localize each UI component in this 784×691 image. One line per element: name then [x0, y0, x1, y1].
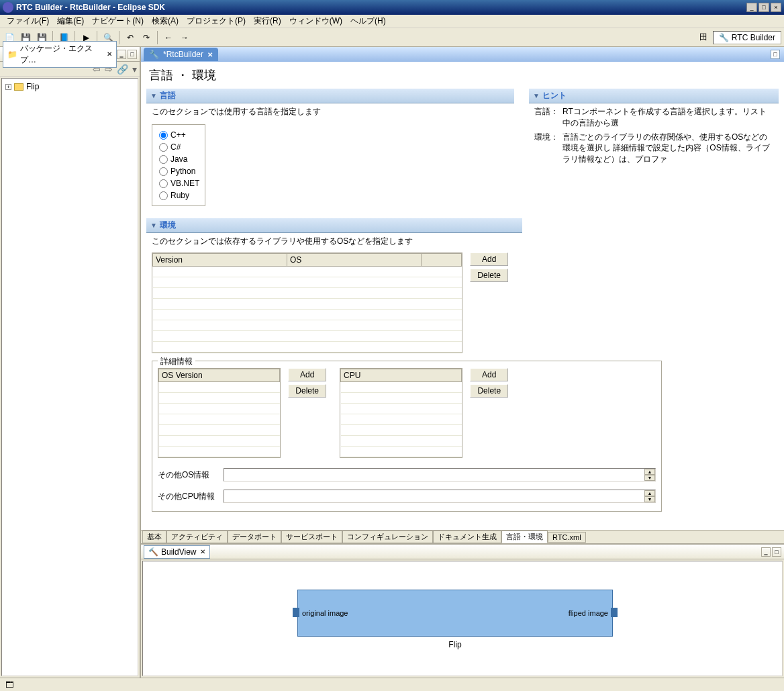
twistie-icon[interactable]: ▼	[150, 222, 157, 229]
spin-down-icon[interactable]: ▼	[644, 496, 655, 502]
folder-icon	[14, 83, 23, 91]
menu-project[interactable]: プロジェクト(P)	[183, 14, 250, 28]
lang-option[interactable]: C++	[159, 129, 198, 141]
spin-up-icon[interactable]: ▲	[644, 490, 655, 496]
bottom-tab[interactable]: データポート	[228, 531, 281, 543]
menu-icon[interactable]: ▾	[132, 64, 137, 75]
lang-option[interactable]: Ruby	[159, 189, 198, 201]
next-icon[interactable]: ↷	[140, 31, 153, 44]
lang-radio[interactable]	[159, 179, 168, 188]
osversion-delete-button[interactable]: Delete	[288, 384, 326, 398]
lang-radio[interactable]	[159, 191, 168, 200]
cpu-add-button[interactable]: Add	[470, 368, 508, 381]
hint-section-bar[interactable]: ▼ヒント	[529, 89, 779, 103]
menu-navigate[interactable]: ナビゲート(N)	[88, 14, 148, 28]
col-cpu[interactable]: CPU	[341, 369, 462, 382]
env-section-desc: このセクションでは依存するライブラリや使用するOSなどを指定します	[146, 233, 522, 250]
spin-down-icon[interactable]: ▼	[644, 475, 655, 481]
bottom-tab[interactable]: 基本	[142, 531, 166, 543]
menu-window[interactable]: ウィンドウ(W)	[285, 14, 346, 28]
col-os[interactable]: OS	[287, 254, 422, 267]
titlebar: RTC Builder - RtcBuilder - Eclipse SDK _…	[0, 0, 784, 15]
back-icon[interactable]: ←	[162, 31, 175, 44]
hint-section-title: ヒント	[542, 90, 567, 101]
lang-section-title: 言語	[160, 90, 176, 101]
col-version[interactable]: Version	[153, 254, 287, 267]
forward-icon[interactable]: →	[178, 31, 191, 44]
lang-label: C++	[170, 130, 186, 140]
hint-value: 言語ごとのライブラリの依存関係や、使用するOSなどの環境を選択し 詳細情報で設定…	[562, 132, 773, 165]
expand-icon[interactable]: +	[5, 84, 11, 90]
buildview-canvas[interactable]: original image fliped image Flip	[142, 561, 783, 676]
env-table[interactable]: VersionOS	[152, 252, 462, 353]
minimize-button[interactable]: _	[746, 3, 757, 12]
lang-radio[interactable]	[159, 131, 168, 140]
prev-icon[interactable]: ↶	[124, 31, 137, 44]
buildview-tab[interactable]: 🔨 BuildView ✕	[144, 545, 210, 559]
language-group: C++C#JavaPythonVB.NETRuby	[152, 124, 205, 206]
twistie-icon[interactable]: ▼	[150, 92, 157, 99]
bottom-tab[interactable]: サービスポート	[281, 531, 342, 543]
cpu-table[interactable]: CPU	[340, 368, 462, 458]
bottom-tab[interactable]: コンフィギュレーション	[342, 531, 433, 543]
maximize-view-icon[interactable]: □	[772, 547, 781, 557]
other-os-input[interactable]	[224, 469, 644, 481]
menu-edit[interactable]: 編集(E)	[53, 14, 88, 28]
in-port-icon[interactable]	[293, 608, 299, 617]
lang-section-bar[interactable]: ▼言語	[146, 89, 514, 103]
other-os-label: その他OS情報	[158, 469, 218, 481]
minimize-view-icon[interactable]: ‗	[761, 547, 771, 557]
spin-up-icon[interactable]: ▲	[644, 469, 655, 475]
editor-tab-title: *RtcBuilder	[163, 50, 203, 59]
lang-option[interactable]: C#	[159, 141, 198, 153]
menu-run[interactable]: 実行(R)	[250, 14, 285, 28]
env-delete-button[interactable]: Delete	[470, 269, 508, 282]
tree-node[interactable]: + Flip	[5, 81, 135, 92]
other-cpu-input[interactable]	[224, 490, 644, 502]
close-icon[interactable]: ✕	[207, 51, 213, 58]
bottom-tab[interactable]: アクティビティ	[166, 531, 228, 543]
close-icon[interactable]: ✕	[107, 50, 112, 58]
env-add-button[interactable]: Add	[470, 252, 508, 266]
env-section-bar[interactable]: ▼環境	[146, 218, 522, 233]
maximize-view-icon[interactable]: □	[771, 50, 780, 59]
lang-option[interactable]: Python	[159, 165, 198, 177]
cpu-delete-button[interactable]: Delete	[470, 384, 508, 398]
rtc-component[interactable]: original image fliped image Flip	[297, 590, 613, 637]
link-icon[interactable]: 🔗	[117, 64, 128, 75]
maximize-button[interactable]: □	[758, 3, 769, 12]
osversion-table[interactable]: OS Version	[158, 368, 281, 458]
perspective-switcher-icon[interactable]: 田	[697, 31, 710, 44]
lang-option[interactable]: Java	[159, 153, 198, 165]
hint-body: 言語：RTコンポーネントを作成する言語を選択します。リスト中の言語から選環境：言…	[529, 103, 779, 171]
status-icon: 🗔	[5, 680, 13, 690]
editor-tab[interactable]: 🔧 *RtcBuilder ✕	[144, 48, 218, 61]
close-button[interactable]: ×	[771, 3, 781, 12]
minimize-view-icon[interactable]: ‗	[117, 50, 126, 59]
bottom-tab[interactable]: RTC.xml	[548, 532, 586, 543]
bottom-tab[interactable]: ドキュメント生成	[433, 531, 501, 543]
separator	[157, 31, 158, 44]
lang-radio[interactable]	[159, 155, 168, 164]
col-osversion[interactable]: OS Version	[159, 369, 280, 382]
menu-search[interactable]: 検索(A)	[148, 14, 183, 28]
lang-radio[interactable]	[159, 167, 168, 176]
lang-radio[interactable]	[159, 143, 168, 152]
osversion-add-button[interactable]: Add	[288, 368, 326, 381]
perspective-button[interactable]: 🔧 RTC Builder	[713, 31, 781, 44]
lang-label: Python	[170, 167, 195, 176]
bottom-tab[interactable]: 言語・環境	[501, 531, 548, 543]
menu-help[interactable]: ヘルプ(H)	[346, 14, 390, 28]
close-icon[interactable]: ✕	[200, 548, 205, 555]
twistie-icon[interactable]: ▼	[533, 92, 540, 99]
out-port-label: fliped image	[569, 609, 608, 617]
out-port-icon[interactable]	[611, 608, 618, 617]
menu-file[interactable]: ファイル(F)	[3, 14, 53, 28]
project-tree[interactable]: + Flip	[1, 78, 138, 676]
maximize-view-icon[interactable]: □	[128, 50, 137, 59]
lang-section-desc: このセクションでは使用する言語を指定します	[146, 103, 514, 120]
lang-option[interactable]: VB.NET	[159, 177, 198, 189]
env-section-title: 環境	[160, 220, 176, 231]
detail-group: 詳細情報 OS Version Add Delete	[152, 361, 662, 512]
package-explorer-tab[interactable]: 📁 パッケージ・エクスプ… ✕	[3, 41, 117, 68]
